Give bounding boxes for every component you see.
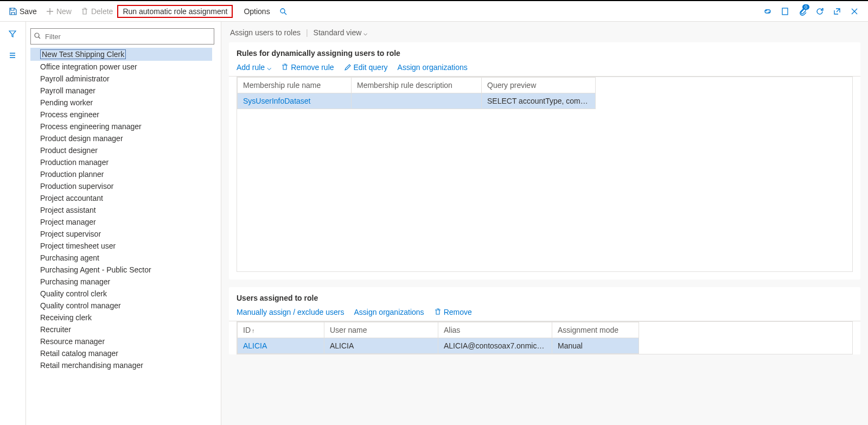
table-row[interactable]: SysUserInfoDatasetSELECT accountType, co… — [238, 93, 852, 109]
role-item[interactable]: Product designer — [30, 144, 212, 156]
toolbar-right: 0 — [763, 7, 864, 16]
role-item[interactable]: Payroll administrator — [30, 73, 212, 85]
funnel-icon[interactable] — [8, 29, 18, 39]
assign-org-users-button[interactable]: Assign organizations — [354, 308, 424, 316]
sort-asc-icon: ↑ — [252, 327, 255, 334]
col-alias[interactable]: Alias — [438, 322, 552, 338]
chevron-down-icon: ⌵ — [363, 29, 367, 37]
view-name[interactable]: Standard view ⌵ — [314, 28, 368, 37]
run-auto-role-button[interactable]: Run automatic role assignment — [117, 5, 233, 18]
save-label: Save — [20, 7, 37, 16]
role-item[interactable]: Project manager — [30, 216, 212, 228]
role-item[interactable]: Office integration power user — [30, 61, 212, 73]
role-item[interactable]: Project timesheet user — [30, 240, 212, 252]
role-item[interactable]: Resource manager — [30, 335, 212, 347]
svg-point-2 — [35, 33, 39, 37]
role-item[interactable]: Project accountant — [30, 192, 212, 204]
refresh-icon[interactable] — [815, 7, 825, 16]
col-query[interactable]: Query preview — [482, 78, 596, 93]
col-rule-desc[interactable]: Membership rule description — [352, 78, 482, 93]
list-icon[interactable] — [8, 51, 18, 61]
role-item[interactable]: Pending worker — [30, 97, 212, 109]
role-item[interactable]: Retail merchandising manager — [30, 359, 212, 371]
delete-label: Delete — [91, 7, 113, 16]
chevron-down-icon: ⌵ — [267, 63, 271, 72]
role-list[interactable]: New Test Shipping ClerkOffice integratio… — [30, 48, 214, 425]
rules-title: Rules for dynamically assigning users to… — [229, 42, 860, 63]
users-table[interactable]: ID↑ User name Alias Assignment mode ALIC… — [237, 322, 852, 354]
attach-icon[interactable]: 0 — [797, 7, 807, 16]
filter-search-icon — [34, 32, 41, 40]
popout-icon[interactable] — [832, 7, 842, 16]
delete-button[interactable]: Delete — [76, 5, 117, 18]
search-button[interactable] — [275, 5, 292, 18]
filter-input[interactable] — [30, 28, 214, 45]
role-item[interactable]: Quality control clerk — [30, 288, 212, 300]
new-button[interactable]: New — [41, 5, 76, 18]
trash-icon — [281, 64, 289, 71]
edit-query-button[interactable]: Edit query — [344, 63, 388, 72]
role-item[interactable]: Project assistant — [30, 204, 212, 216]
left-strip — [0, 22, 26, 425]
role-item[interactable]: Production planner — [30, 168, 212, 180]
content-area: Assign users to roles | Standard view ⌵ … — [221, 22, 868, 425]
options-button[interactable]: Options — [239, 5, 274, 18]
role-item[interactable]: Quality control manager — [30, 300, 212, 312]
svg-rect-1 — [782, 8, 788, 15]
svg-point-0 — [280, 9, 285, 13]
users-title: Users assigned to role — [229, 287, 860, 308]
role-item[interactable]: Purchasing agent — [30, 252, 212, 264]
col-id[interactable]: ID↑ — [238, 322, 324, 338]
save-icon — [9, 7, 17, 16]
role-item[interactable]: Receiving clerk — [30, 312, 212, 323]
col-user[interactable]: User name — [324, 322, 438, 338]
role-item[interactable]: Product design manager — [30, 132, 212, 144]
office-icon[interactable] — [780, 7, 790, 16]
attach-badge: 0 — [802, 4, 809, 10]
role-item[interactable]: Payroll manager — [30, 85, 212, 97]
link-icon[interactable] — [763, 7, 773, 16]
plus-icon — [46, 7, 54, 16]
toolbar: Save New Delete Run automatic role assig… — [0, 0, 868, 22]
role-item[interactable]: Process engineer — [30, 109, 212, 120]
role-item[interactable]: New Test Shipping Clerk — [30, 48, 212, 61]
save-button[interactable]: Save — [4, 5, 41, 18]
rules-panel: Rules for dynamically assigning users to… — [229, 42, 860, 280]
role-item[interactable]: Retail catalog manager — [30, 347, 212, 359]
table-row[interactable]: ALICIAALICIAALICIA@contosoax7.onmicro…Ma… — [238, 338, 852, 354]
role-item[interactable]: Process engineering manager — [30, 120, 212, 132]
remove-user-button[interactable]: Remove — [434, 308, 472, 316]
rules-table[interactable]: Membership rule name Membership rule des… — [237, 77, 852, 109]
new-label: New — [56, 7, 72, 16]
users-panel: Users assigned to role Manually assign /… — [229, 287, 860, 354]
trash-icon — [80, 7, 89, 16]
sidebar: New Test Shipping ClerkOffice integratio… — [26, 22, 221, 425]
remove-rule-button[interactable]: Remove rule — [281, 63, 334, 72]
role-item[interactable]: Production manager — [30, 156, 212, 168]
manual-assign-button[interactable]: Manually assign / exclude users — [237, 308, 344, 316]
pencil-icon — [344, 64, 352, 71]
breadcrumb: Assign users to roles | Standard view ⌵ — [221, 22, 868, 42]
role-item[interactable]: Production supervisor — [30, 180, 212, 192]
col-rule-name[interactable]: Membership rule name — [238, 78, 352, 93]
trash-icon — [434, 308, 442, 316]
role-item[interactable]: Purchasing Agent - Public Sector — [30, 264, 212, 276]
role-item[interactable]: Recruiter — [30, 323, 212, 335]
assign-org-button[interactable]: Assign organizations — [398, 63, 468, 72]
page-title: Assign users to roles — [230, 28, 301, 37]
close-icon[interactable] — [850, 7, 859, 16]
add-rule-button[interactable]: Add rule ⌵ — [237, 63, 271, 72]
search-icon — [279, 7, 288, 16]
col-mode[interactable]: Assignment mode — [552, 322, 639, 338]
role-item[interactable]: Project supervisor — [30, 228, 212, 240]
role-item[interactable]: Purchasing manager — [30, 276, 212, 288]
